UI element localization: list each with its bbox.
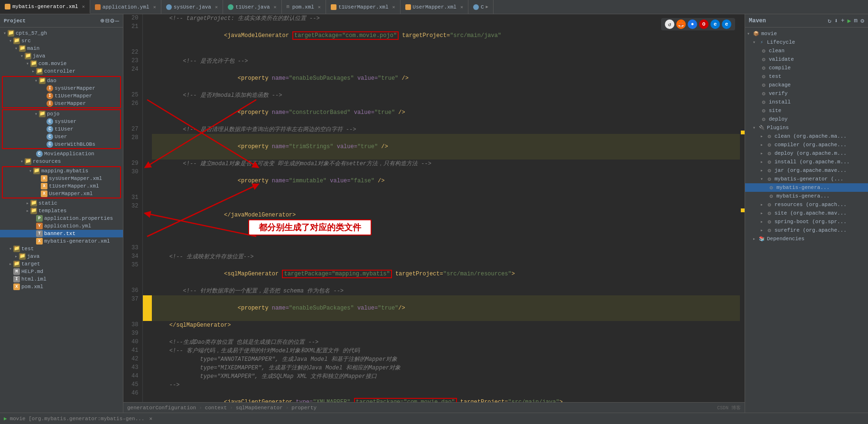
maven-item-deploy-plugin[interactable]: ▸ ⚙ deploy (org.apache.m...	[745, 149, 868, 158]
tree-item-html-iml[interactable]: I html.iml	[0, 275, 123, 283]
expand-arrow[interactable]: ▾	[753, 125, 758, 131]
tree-item-app-properties[interactable]: P application.properties	[0, 215, 123, 222]
tree-item-test[interactable]: ▾ 📁 test	[0, 245, 123, 253]
tab-t1user-java[interactable]: t1User.java ✕	[223, 0, 282, 14]
tree-item-usermapper-xml[interactable]: X UserMapper.xml	[3, 190, 120, 198]
tab-usermapper-xml[interactable]: UserMapper.xml ✕	[401, 0, 468, 14]
tree-item-t1user-pojo[interactable]: C t1User	[3, 125, 120, 133]
tree-item-sysusermapper-xml[interactable]: X sysUserMapper.xml	[3, 175, 120, 182]
maven-run-icon[interactable]: ▶	[848, 17, 851, 25]
browser-btn-reload[interactable]: ↺	[665, 19, 674, 29]
maven-item-validate[interactable]: ⚙ validate	[745, 55, 868, 64]
close-icon[interactable]: ✕	[82, 4, 85, 9]
expand-arrow[interactable]: ▸	[760, 159, 766, 165]
maven-item-site-plugin[interactable]: ▸ ⚙ site (org.apache.mav...	[745, 209, 868, 217]
maven-refresh-icon[interactable]: ↻	[828, 17, 831, 25]
expand-arrow[interactable]: ▾	[753, 39, 758, 45]
maven-item-test[interactable]: ⚙ test	[745, 72, 868, 81]
close-icon[interactable]: ✕	[460, 4, 463, 10]
tree-item-target[interactable]: ▸ 📁 target	[0, 260, 123, 268]
expand-arrow[interactable]: ▾	[33, 111, 39, 117]
tree-item-sysusermapper[interactable]: I sysUserMapper	[3, 85, 120, 92]
maven-item-jar-plugin[interactable]: ▸ ⚙ jar (org.apache.mave...	[745, 166, 868, 175]
tab-mybatis-generator[interactable]: mybatis-generator.xml ✕	[0, 0, 90, 14]
settings-icon[interactable]: ⚙	[110, 17, 114, 25]
code-area[interactable]: 20 <!-- targetProject: 生成实体类所在的默认位置 --> …	[123, 14, 740, 402]
tree-item-user-pojo[interactable]: C User	[3, 133, 120, 141]
tree-item-t1usermapper-xml[interactable]: X t1UserMapper.xml	[3, 182, 120, 190]
expand-arrow[interactable]: ▾	[2, 30, 8, 36]
maven-add-icon[interactable]: +	[841, 17, 845, 24]
maven-item-lifecycle[interactable]: ▾ ⚡ Lifecycle	[745, 38, 868, 47]
tab-application-yml[interactable]: application.yml ✕	[90, 0, 161, 14]
expand-arrow[interactable]: ▸	[760, 227, 766, 233]
tree-item-dao[interactable]: ▾ 📁 dao	[3, 77, 120, 85]
tree-item-cpts57gh[interactable]: ▾ 📁 cpts_57_gh	[0, 29, 123, 37]
expand-arrow[interactable]: ▾	[28, 168, 33, 174]
maven-download-icon[interactable]: ⬇	[834, 17, 838, 25]
tree-item-pojo[interactable]: ▾ 📁 pojo	[3, 110, 120, 118]
tree-item-movieapplication[interactable]: C MovieApplication	[0, 150, 123, 158]
maven-item-plugins[interactable]: ▾ 🔌 Plugins	[745, 123, 868, 132]
maven-item-mybatis-gen-1[interactable]: ⚙ mybatis-genera...	[745, 183, 868, 192]
expand-arrow[interactable]: ▾	[33, 78, 39, 84]
close-icon[interactable]: ✕	[318, 4, 321, 10]
collapse-icon[interactable]: ⊟	[105, 17, 109, 25]
expand-arrow[interactable]: ▾	[25, 61, 30, 66]
maven-item-mybatis-gen-2[interactable]: ⚙ mybatis-genera...	[745, 192, 868, 200]
maven-item-resources-plugin[interactable]: ▸ ⚙ resources (org.apach...	[745, 200, 868, 209]
maven-item-site[interactable]: ⚙ site	[745, 106, 868, 115]
tree-item-commovie[interactable]: ▾ 📁 com.movie	[0, 60, 123, 67]
expand-arrow[interactable]: ▸	[760, 210, 766, 216]
expand-arrow[interactable]: ▾	[760, 176, 766, 182]
maven-item-surefire-plugin[interactable]: ▸ ⚙ surefire (org.apache...	[745, 226, 868, 235]
expand-arrow[interactable]: ▸	[760, 219, 766, 225]
tree-item-static[interactable]: ▸ 📁 static	[0, 199, 123, 207]
browser-btn-chrome[interactable]: ●	[688, 19, 697, 29]
maven-item-mybatis-gen-plugin[interactable]: ▾ ⚙ mybatis-generator (...	[745, 175, 868, 183]
maven-item-clean-plugin[interactable]: ▸ ⚙ clean (org.apache.ma...	[745, 132, 868, 141]
maven-item-verify[interactable]: ⚙ verify	[745, 89, 868, 98]
maven-settings-icon[interactable]: ⚙	[860, 17, 864, 25]
browser-btn-ie[interactable]: e	[710, 19, 720, 29]
browser-btn-edge[interactable]: e	[722, 19, 731, 29]
tree-item-templates[interactable]: ▸ 📁 templates	[0, 207, 123, 215]
expand-arrow[interactable]: ▾	[8, 38, 13, 44]
tree-item-userwithblobs[interactable]: C UserWithBLOBs	[3, 141, 120, 148]
maven-item-compile[interactable]: ⚙ compile	[745, 64, 868, 72]
minimize-icon[interactable]: —	[115, 17, 119, 25]
expand-arrow[interactable]: ▸	[25, 208, 30, 214]
close-icon[interactable]: ✕	[153, 4, 156, 10]
maven-item-install-plugin[interactable]: ▸ ⚙ install (org.apache.m...	[745, 158, 868, 166]
browser-btn-opera[interactable]: O	[699, 19, 709, 29]
tree-item-help-md[interactable]: M HELP.md	[0, 268, 123, 275]
tree-item-java-test[interactable]: ▸ 📁 java	[0, 253, 123, 260]
expand-arrow[interactable]: ▸	[760, 168, 766, 173]
tree-item-controller[interactable]: ▸ 📁 controller	[0, 67, 123, 75]
expand-arrow[interactable]: ▾	[13, 46, 19, 51]
scrollbar[interactable]	[740, 14, 745, 402]
tree-item-pom-xml[interactable]: X pom.xml	[0, 283, 123, 291]
add-icon[interactable]: ⊕	[100, 17, 104, 25]
close-icon[interactable]: ✕	[392, 4, 395, 10]
expand-arrow[interactable]: ▾	[19, 159, 25, 164]
expand-arrow[interactable]: ▸	[8, 261, 13, 267]
tab-c[interactable]: C ▶	[468, 0, 494, 14]
expand-arrow[interactable]: ▸	[13, 254, 19, 259]
expand-arrow[interactable]: ▸	[760, 142, 766, 148]
expand-arrow[interactable]: ▸	[30, 68, 36, 74]
tab-sysuser-java[interactable]: sysUser.java ✕	[161, 0, 223, 14]
close-icon[interactable]: ✕	[215, 4, 218, 10]
tree-item-java[interactable]: ▾ 📁 java	[0, 52, 123, 60]
maven-item-movie[interactable]: ▾ 📦 movie	[745, 29, 868, 38]
expand-arrow[interactable]: ▾	[747, 31, 753, 37]
tab-pom-xml[interactable]: m pom.xml ✕	[282, 0, 326, 14]
maven-item-install[interactable]: ⚙ install	[745, 98, 868, 106]
maven-item-compiler-plugin[interactable]: ▸ ⚙ compiler (org.apache...	[745, 141, 868, 149]
tree-item-mybatis-generator-xml[interactable]: X mybatis-generator.xml	[0, 237, 123, 245]
expand-arrow[interactable]: ▸	[760, 133, 766, 139]
tree-item-app-yml[interactable]: Y application.yml	[0, 222, 123, 230]
tree-item-usermapper[interactable]: I UserMapper	[3, 100, 120, 107]
maven-item-dependencies[interactable]: ▸ 📚 Dependencies	[745, 235, 868, 243]
expand-arrow[interactable]: ▸	[25, 200, 30, 206]
